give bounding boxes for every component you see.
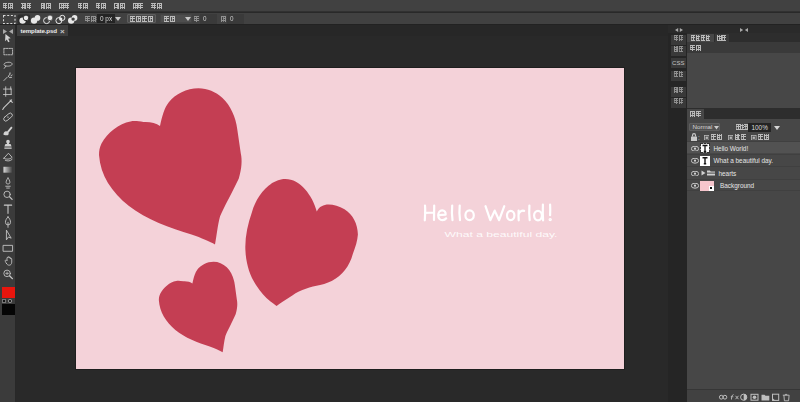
svg-text:What a beautiful day.: What a beautiful day.	[445, 230, 558, 239]
